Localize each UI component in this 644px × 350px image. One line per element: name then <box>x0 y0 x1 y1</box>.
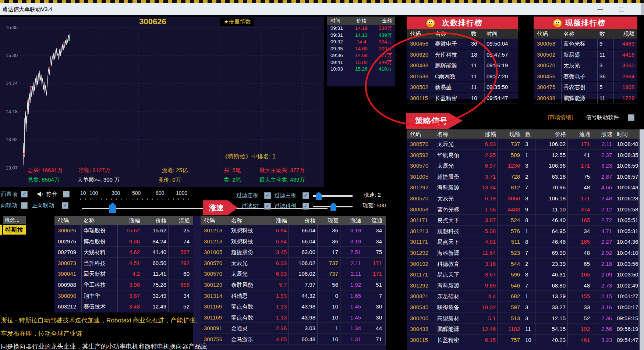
strategy-table-scrollbar[interactable] <box>640 129 644 350</box>
table-row[interactable]: 301169零点有数1.1343.98101.4530 <box>201 312 386 323</box>
table-row[interactable]: 300570太辰光6.03106.027372.11171 <box>201 258 386 269</box>
column-header[interactable]: 涨幅 <box>118 216 142 225</box>
table-row[interactable]: 002975博杰股份9.3684.2474 <box>54 236 193 247</box>
table-row[interactable]: 301171易点天下3.67596846.311652.0910:03:50 <box>407 269 640 280</box>
column-header[interactable]: 价格 <box>289 216 318 225</box>
column-header[interactable]: 名称 <box>435 129 475 139</box>
table-row[interactable]: 300756金马游乐4.8560.48101.3171 <box>201 334 386 345</box>
table-row[interactable]: 300626华瑞股份15.6215.6225 <box>54 225 193 236</box>
column-header[interactable]: 涨速 <box>340 216 363 225</box>
column-header[interactable]: 代码 <box>201 216 229 225</box>
concept-list-header[interactable]: 概念... <box>3 216 26 224</box>
reverse-linkage-checkbox[interactable]: ✔ <box>21 202 28 209</box>
watchlist-scrollbar[interactable] <box>193 216 201 350</box>
column-header[interactable]: 金额 <box>372 17 395 25</box>
column-header[interactable]: 现额 <box>318 216 340 225</box>
column-header[interactable]: 时间 <box>614 129 639 139</box>
column-header[interactable]: 流通 <box>363 216 386 225</box>
column-header[interactable]: 涨幅 <box>475 129 498 139</box>
titlebar[interactable]: 通达信大单联动V3.4 — <box>0 3 644 15</box>
table-row[interactable]: 000988华工科技3.9875.28688 <box>54 279 193 290</box>
table-row[interactable]: 300456赛微电子3609:50:04 <box>407 39 518 50</box>
table-row[interactable]: 300041回天新材4.211.4160 <box>54 268 193 279</box>
column-header[interactable]: 数 <box>469 29 485 39</box>
column-header[interactable]: 现额 <box>498 129 522 139</box>
table-row[interactable]: 300502新易盛1109:35:50 <box>407 82 518 93</box>
table-row[interactable]: 300456赛微电子362884 <box>534 71 637 82</box>
column-header[interactable]: 数 <box>522 129 535 139</box>
table-row[interactable]: 10:0315.26410万 <box>327 66 395 73</box>
column-header[interactable]: 名称 <box>229 216 266 225</box>
table-row[interactable]: 301005超捷股份3.4563.00172.5175 <box>201 247 386 258</box>
column-header[interactable]: 流通 <box>568 129 592 139</box>
column-header[interactable]: 涨幅 <box>266 216 289 225</box>
column-header[interactable]: 时间 <box>327 17 351 25</box>
column-header[interactable]: 时间 <box>485 29 518 39</box>
column-header[interactable]: 名称 <box>562 29 598 39</box>
pin-window-checkbox[interactable]: ✔ <box>21 191 28 197</box>
column-header[interactable]: 流通 <box>169 216 193 225</box>
filter-st-checkbox[interactable]: ✔ <box>264 203 271 210</box>
table-row[interactable]: 300545联得装备18.02597333.27333.1610:00:17 <box>407 302 640 313</box>
table-row[interactable]: 09:3614.68377万 <box>327 52 395 59</box>
column-header[interactable]: 代码 <box>54 216 82 225</box>
close-button[interactable] <box>641 3 644 15</box>
column-header[interactable]: 代码 <box>407 129 435 139</box>
table-row[interactable]: 300438鹏辉能源12.4611821154.151922.5609:56:1… <box>407 324 640 335</box>
market-sentiment-link[interactable]: [市场情绪] <box>548 114 573 121</box>
table-row[interactable]: 300058蓝色光标94483 <box>534 39 637 50</box>
speed-slider-thumb[interactable] <box>316 192 322 200</box>
table-row[interactable]: 301314科瑞思1.9344.3201.657 <box>201 290 386 301</box>
table-row[interactable]: 301213观想科技6.8466.04363.1934 <box>201 225 386 236</box>
table-row[interactable]: 301292海科新源9.89546768.80482.7310:02:49 <box>407 280 640 291</box>
table-row[interactable]: 300091金通灵2.363.0311.3444 <box>201 323 386 334</box>
column-header[interactable]: 现额 <box>614 29 637 39</box>
table-row[interactable]: 300438鹏辉能源111726 <box>534 93 637 104</box>
table-row[interactable]: 09:3214.4304万 <box>327 39 395 46</box>
table-row[interactable]: 300890翔丰华3.8732.4934 <box>54 290 193 301</box>
table-row[interactable]: 603212赛伍技术3.4812.4952 <box>54 301 193 312</box>
table-row[interactable]: 300115长盈精密6.157571040.234613.2309:54:47 <box>407 335 640 346</box>
column-header[interactable]: 代码 <box>534 29 562 39</box>
column-header[interactable]: 价格 <box>351 17 372 25</box>
maximize-button[interactable] <box>615 3 628 15</box>
table-row[interactable]: 300475香农芯创51908 <box>534 82 637 93</box>
table-row[interactable]: 300115长盈精密1009:54:47 <box>407 93 518 104</box>
big-order-slider-thumb[interactable] <box>109 203 116 213</box>
table-row[interactable]: 300502新易盛114416 <box>534 50 637 61</box>
table-row[interactable]: 300592华凯易佰2.95509112.55412.3710:08:35 <box>407 150 640 161</box>
column-header[interactable]: 数 <box>598 29 614 39</box>
table-row[interactable]: 300058蓝色光标1.564483911.103742.1210:05:58 <box>407 204 640 215</box>
column-header[interactable]: 代码 <box>407 29 433 39</box>
table-row[interactable]: 301169零点有数1.1343.98101.4530 <box>201 301 386 312</box>
mute-checkbox[interactable]: ✔ <box>63 191 70 197</box>
table-row[interactable]: 09:3114.13439万 <box>327 32 395 39</box>
table-row[interactable]: 301171易点天下3.87524846.401652.7210:05:51 <box>407 215 640 226</box>
filter-kechuang-checkbox[interactable]: ✔ <box>302 203 309 210</box>
amount-slider-thumb[interactable] <box>330 203 336 211</box>
filter-zhuban-checkbox[interactable]: ✔ <box>302 192 309 199</box>
table-row[interactable]: 301005超捷股份3.71728263.16752.8710:06:57 <box>407 171 640 182</box>
table-row[interactable]: 300620光库科技1809:47:57 <box>407 50 518 61</box>
table-row[interactable]: 301171易点天下4.01511846.461652.2710:04:36 <box>407 236 640 247</box>
table-row[interactable]: 301292海科新源13.34812770.96484.6610:06:43 <box>407 182 640 193</box>
column-header[interactable]: 价格 <box>535 129 568 139</box>
table-row[interactable]: 300821东岳硅材4.4682113.291552.1510:01:27 <box>407 291 640 302</box>
column-header[interactable]: 名称 <box>433 29 469 39</box>
table-row[interactable]: 300570太辰光6.03106.027372.11171 <box>201 268 386 279</box>
table-row[interactable]: 300200高盟新材5.1513312.15522.3609:58:15 <box>407 313 640 324</box>
table-row[interactable]: 300192科德教育3.18544223.39652.1810:03:56 <box>407 258 640 269</box>
table-row[interactable]: 301213观想科技5.08576164.95344.7110:05:31 <box>407 226 640 237</box>
table-row[interactable]: 300073当升科技4.5160.50292 <box>54 258 193 269</box>
forward-linkage-checkbox[interactable]: ✔ <box>62 202 68 209</box>
table-row[interactable]: 301292海科新源11.64523769.90482.9210:04:10 <box>407 247 640 258</box>
column-header[interactable]: 名称 <box>82 216 118 225</box>
table-row[interactable]: 300129泰胜风能5.77.97561.9251 <box>201 279 386 290</box>
table-row[interactable]: 09:3114.19330万 <box>327 25 395 32</box>
table-row[interactable]: 002709天赐材料4.6241.40567 <box>54 247 193 258</box>
table-row[interactable]: 301638C南网数1109:37:20 <box>407 71 518 82</box>
table-row[interactable]: 09:3514.68309万 <box>327 46 395 53</box>
concept-tag-tesla[interactable]: 特斯拉 <box>3 225 26 235</box>
signal-linkage-checkbox[interactable]: ✔ <box>628 114 634 121</box>
filter-lianban-checkbox[interactable]: ✔ <box>264 192 271 199</box>
